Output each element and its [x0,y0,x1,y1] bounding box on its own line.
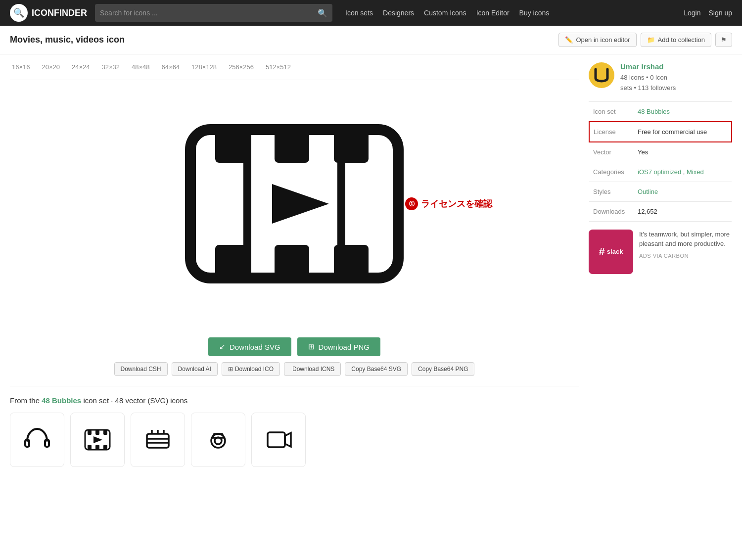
category-2-link[interactable]: Mixed [687,168,704,176]
svg-rect-20 [147,434,169,448]
icon-thumbnails [10,413,579,467]
size-48[interactable]: 48×48 [130,62,152,72]
size-24[interactable]: 24×24 [70,62,92,72]
author-info: Umar Irshad 48 icons • 0 icon sets • 113… [620,62,676,93]
copy-base64-svg-label: Copy Base64 SVG [351,366,401,373]
search-button[interactable]: 🔍 [318,8,327,18]
nav-custom-icons[interactable]: Custom Icons [424,9,466,17]
thumbnail-2[interactable] [70,413,125,467]
header: 🔍 ICONFINDER 🔍 Icon sets Designers Custo… [0,0,742,26]
thumbnail-4[interactable] [191,413,245,467]
login-link[interactable]: Login [684,9,700,17]
download-ai-button[interactable]: Download AI [172,362,218,376]
logo-icon: 🔍 [10,4,28,22]
download-csh-label: Download CSH [121,366,161,373]
downloads-row: Downloads 12,652 [589,201,732,221]
title-actions: ✏️ Open in icon editor 📁 Add to collecti… [558,33,732,47]
copy-base64-png-label: Copy Base64 PNG [418,366,468,373]
logo-text: ICONFINDER [32,8,87,18]
size-16[interactable]: 16×16 [10,62,32,72]
from-set-prefix: From the [10,396,40,405]
open-editor-label: Open in icon editor [576,36,630,44]
main-nav: Icon sets Designers Custom Icons Icon Ed… [345,9,549,17]
download-icns-button[interactable]: Download ICNS [284,362,341,376]
svg-rect-13 [88,430,92,435]
download-ai-label: Download AI [178,366,211,373]
signup-link[interactable]: Sign up [709,9,732,17]
download-png-button[interactable]: ⊞ Download PNG [297,337,380,356]
license-label: License [589,122,634,142]
size-32[interactable]: 32×32 [100,62,122,72]
author-card: Umar Irshad 48 icons • 0 icon sets • 113… [589,62,732,102]
thumbnail-3[interactable] [131,413,185,467]
icon-set-label: Icon set [589,102,634,122]
copy-base64-png-button[interactable]: Copy Base64 PNG [412,362,474,376]
nav-icon-editor[interactable]: Icon Editor [476,9,510,17]
styles-row: Styles Outline [589,182,732,201]
styles-value[interactable]: Outline [634,182,732,201]
size-128[interactable]: 128×128 [189,62,219,72]
flag-icon: ⚑ [721,36,727,44]
download-png-label: Download PNG [319,343,370,351]
nav-icon-sets[interactable]: Icon sets [345,9,373,17]
add-collection-label: Add to collection [658,36,705,44]
open-editor-button[interactable]: ✏️ Open in icon editor [558,33,636,47]
slack-logo[interactable]: # slack [589,230,633,274]
info-table: Icon set 48 Bubbles License Free for com… [589,102,732,222]
categories-separator: , [683,168,687,176]
logo[interactable]: 🔍 ICONFINDER [10,4,87,22]
flag-button[interactable]: ⚑ [715,33,732,47]
thumbnail-1[interactable] [10,413,64,467]
copy-base64-svg-button[interactable]: Copy Base64 SVG [345,362,408,376]
thumbnail-5[interactable] [251,413,306,467]
nav-designers[interactable]: Designers [383,9,414,17]
ad-text-area: It's teamwork, but simpler, more pleasan… [639,230,732,259]
main-layout: 16×16 20×20 24×24 32×32 48×48 64×64 128×… [0,54,742,487]
ad-card: # slack It's teamwork, but simpler, more… [589,230,732,274]
ad-description: It's teamwork, but simpler, more pleasan… [639,230,732,249]
search-input[interactable] [100,9,318,17]
add-collection-button[interactable]: 📁 Add to collection [641,33,711,47]
nav-buy-icons[interactable]: Buy icons [519,9,550,17]
size-512[interactable]: 512×512 [264,62,293,72]
search-bar[interactable]: 🔍 [95,4,332,22]
svg-rect-28 [268,432,285,447]
author-meta-1: 48 icons • 0 icon [620,73,676,83]
styles-link[interactable]: Outline [638,188,658,195]
svg-rect-17 [95,445,99,450]
page-title: Movies, music, videos icon [10,35,125,45]
size-256[interactable]: 256×256 [227,62,256,72]
download-icns-label: Download ICNS [292,366,334,373]
annotation-circle: ① [405,197,418,210]
category-1-link[interactable]: iOS7 optimized [638,168,681,176]
svg-rect-2 [275,131,309,163]
svg-marker-29 [285,433,291,447]
annotation-text: ライセンスを確認 [421,198,492,210]
download-ico-label: Download ICO [235,366,274,373]
from-set-name[interactable]: 48 Bubbles [42,396,81,405]
title-bar: Movies, music, videos icon ✏️ Open in ic… [0,26,742,54]
auth-nav: Login Sign up [684,9,732,17]
slack-text: slack [607,248,623,255]
icon-preview-area: ① ライセンスを確認 [10,80,579,327]
vector-row: Vector Yes [589,142,732,162]
svg-icon: ↙ [219,342,226,351]
from-set-section: From the 48 Bubbles icon set · 48 vector… [10,386,579,477]
from-set-title: From the 48 Bubbles icon set · 48 vector… [10,396,579,405]
svg-marker-19 [93,436,102,443]
license-row: License Free for commercial use [589,122,732,142]
download-svg-button[interactable]: ↙ Download SVG [208,337,291,356]
ads-label: ADS VIA CARBON [639,253,732,259]
preview-wrapper: ① ライセンスを確認 [176,105,413,303]
categories-value: iOS7 optimized , Mixed [634,162,732,182]
author-avatar [589,62,614,88]
icon-set-value[interactable]: 48 Bubbles [634,102,732,122]
size-20[interactable]: 20×20 [40,62,62,72]
license-value: Free for commercial use [634,122,732,142]
download-ico-button[interactable]: ⊞ Download ICO [222,362,280,376]
icon-set-link[interactable]: 48 Bubbles [638,108,670,115]
author-name[interactable]: Umar Irshad [620,62,676,71]
film-icon [176,105,413,303]
size-64[interactable]: 64×64 [160,62,182,72]
download-csh-button[interactable]: Download CSH [114,362,168,376]
